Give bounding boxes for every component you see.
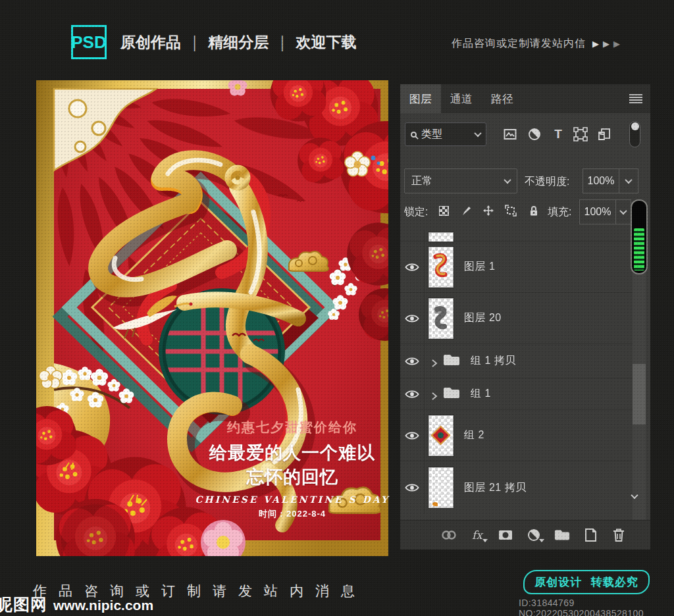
panel-footer: fx xyxy=(400,520,650,550)
adjustment-filter-icon[interactable] xyxy=(527,126,542,142)
new-group-icon[interactable] xyxy=(554,527,570,543)
shape-filter-icon[interactable] xyxy=(573,126,588,142)
chevron-down-icon xyxy=(625,176,632,184)
layer-row-partial[interactable] xyxy=(400,230,633,242)
triangle-down-icon xyxy=(482,539,488,542)
poster-text-block: 约惠七夕甜蜜价给你 给最爱的人一个难以 忘怀的回忆 CHINESE VALENT… xyxy=(184,419,401,520)
pixel-filter-icon[interactable] xyxy=(502,126,518,142)
chevron-down-icon xyxy=(619,207,627,215)
blend-mode-select[interactable]: 正常 xyxy=(404,168,517,193)
filter-kind-value: 类型 xyxy=(421,128,471,141)
fill-value[interactable]: 100% xyxy=(579,199,616,224)
arrow-icon: ▶ xyxy=(603,39,610,49)
layer-thumbnail[interactable] xyxy=(428,415,454,456)
poster-headline-2: 忘怀的回忆 xyxy=(184,465,401,489)
eye-icon xyxy=(405,431,419,440)
search-icon xyxy=(411,132,417,138)
scrollbar-thumb[interactable] xyxy=(633,364,646,424)
lock-artboard-icon[interactable] xyxy=(504,204,517,217)
layer-thumbnail[interactable] xyxy=(428,232,454,242)
visibility-toggle[interactable] xyxy=(400,242,425,292)
asset-id-line: ID:31844769 NO:20220530200438528100 xyxy=(519,598,674,616)
divider: | xyxy=(280,33,284,52)
layer-row[interactable]: 图层 21 拷贝 xyxy=(400,461,633,514)
lock-position-icon[interactable] xyxy=(482,204,495,217)
layer-mask-icon[interactable] xyxy=(498,527,513,543)
tab-layers-label: 图层 xyxy=(409,91,432,107)
tab-paths[interactable]: 路径 xyxy=(482,84,523,113)
layer-row[interactable]: 组 2 xyxy=(400,410,633,461)
poster-date: 时间：2022-8-4 xyxy=(184,508,401,520)
adjustment-icon[interactable] xyxy=(526,527,542,543)
opacity-value-text: 100% xyxy=(588,175,615,187)
fill-dropdown[interactable] xyxy=(615,199,631,224)
eye-icon xyxy=(405,314,419,323)
type-glyph: T xyxy=(554,127,562,141)
feature-layered: 精细分层 xyxy=(208,32,269,53)
site-url: www.nipic.com xyxy=(53,598,153,613)
layer-row[interactable]: 组 1 xyxy=(400,378,633,410)
delete-icon[interactable] xyxy=(611,527,627,543)
psd-logo: PSD xyxy=(71,25,107,59)
lock-all-icon[interactable] xyxy=(527,204,540,217)
eye-icon xyxy=(405,390,419,399)
layer-name: 组 1 xyxy=(471,387,491,401)
group-collapse-chevron[interactable] xyxy=(431,358,438,365)
arrow-icon: ▶ xyxy=(613,39,621,49)
visibility-toggle[interactable] xyxy=(400,410,425,461)
panel-tabbar: 图层 通道 路径 xyxy=(400,84,650,113)
chevron-down-icon xyxy=(504,176,511,184)
smart-object-filter-icon[interactable] xyxy=(596,126,612,142)
lock-transparent-icon[interactable] xyxy=(437,204,450,217)
fill-value-text: 100% xyxy=(584,206,611,218)
copyright-badge: 原创设计 转载必究 xyxy=(523,570,650,594)
arrow-icons: ▶ ▶ ▶ xyxy=(592,39,621,49)
chevron-down-icon xyxy=(474,130,481,137)
visibility-toggle[interactable] xyxy=(400,461,425,514)
arrow-icon: ▶ xyxy=(592,39,600,49)
opacity-value[interactable]: 100% xyxy=(583,168,619,193)
filter-toggle[interactable] xyxy=(629,121,640,147)
blend-mode-value: 正常 xyxy=(411,174,432,188)
layer-row[interactable]: 组 1 拷贝 xyxy=(400,344,633,378)
header-contact: 作品咨询或定制请发站内信 ▶ ▶ ▶ xyxy=(452,37,621,51)
layer-thumbnail[interactable] xyxy=(428,298,454,339)
layer-row[interactable]: 图层 20 xyxy=(400,293,633,344)
fx-icon[interactable]: fx xyxy=(469,527,485,543)
layer-thumbnail[interactable] xyxy=(428,247,454,288)
feature-download: 欢迎下载 xyxy=(296,32,356,53)
panel-menu-icon[interactable] xyxy=(629,94,642,103)
lock-pixels-icon[interactable] xyxy=(459,204,473,217)
folder-icon xyxy=(443,353,460,369)
layer-row[interactable]: 图层 1 xyxy=(400,242,633,293)
divider: | xyxy=(193,33,196,52)
fill-label: 填充: xyxy=(548,205,571,219)
group-collapse-chevron[interactable] xyxy=(431,391,438,398)
layer-name: 组 1 拷贝 xyxy=(471,354,516,368)
type-filter-icon[interactable]: T xyxy=(550,126,566,142)
opacity-dropdown[interactable] xyxy=(619,168,638,193)
layer-name: 图层 21 拷贝 xyxy=(464,481,527,495)
visibility-toggle[interactable] xyxy=(400,378,425,409)
feature-list: 原创作品 | 精细分层 | 欢迎下载 xyxy=(120,32,356,53)
layer-thumbnail[interactable] xyxy=(428,467,454,508)
visibility-toggle[interactable] xyxy=(400,344,425,378)
header-contact-text: 作品咨询或定制请发站内信 xyxy=(452,37,586,51)
poster-tagline: 约惠七夕甜蜜价给你 xyxy=(184,419,401,436)
fx-label: fx xyxy=(472,528,482,542)
tab-paths-label: 路径 xyxy=(491,91,513,107)
eye-icon xyxy=(405,263,419,272)
layer-name: 图层 20 xyxy=(464,311,502,325)
filter-kind-select[interactable]: 类型 xyxy=(405,122,486,146)
poster-english-subtitle: CHINESE VALENTINE S DAY xyxy=(184,494,401,505)
pink-flower xyxy=(228,80,247,96)
screenshot-root: PSD 原创作品 | 精细分层 | 欢迎下载 作品咨询或定制请发站内信 ▶ ▶ … xyxy=(0,0,674,616)
link-icon[interactable] xyxy=(441,527,457,543)
tab-layers[interactable]: 图层 xyxy=(400,84,441,113)
feature-original: 原创作品 xyxy=(120,32,181,53)
new-layer-icon[interactable] xyxy=(583,527,598,543)
tab-channels[interactable]: 通道 xyxy=(441,84,482,113)
filter-row: 类型 T xyxy=(400,113,650,163)
layers-panel: 图层 通道 路径 类型 T xyxy=(400,84,650,550)
visibility-toggle[interactable] xyxy=(400,293,425,344)
